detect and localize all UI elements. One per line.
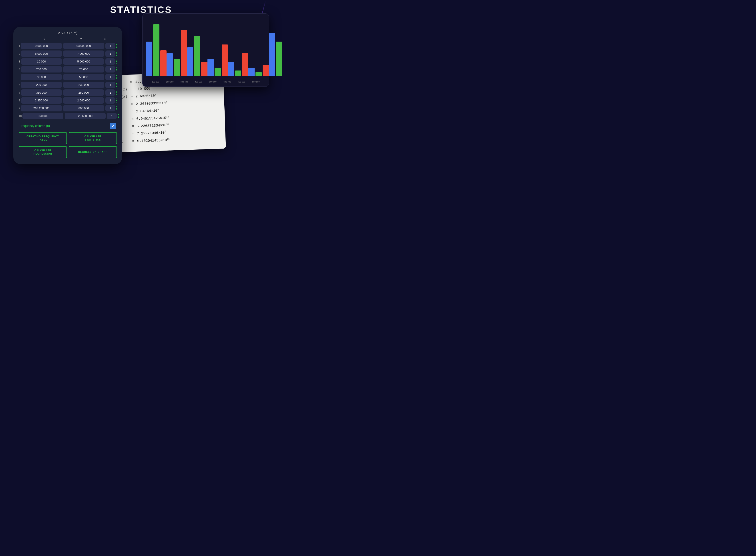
- dot-1: [116, 52, 117, 53]
- row-num-2: 2: [19, 52, 20, 56]
- x-label-1: 200-300: [166, 81, 173, 83]
- row-menu-2[interactable]: [116, 51, 118, 57]
- dot-1: [116, 44, 117, 45]
- cell-f-9[interactable]: [105, 105, 115, 111]
- dot-1: [116, 91, 117, 92]
- dot-1: [116, 67, 117, 68]
- dot-3: [118, 117, 119, 118]
- x-label-6: 700-800: [238, 81, 245, 83]
- cell-y-5[interactable]: [63, 74, 104, 80]
- dot-1: [116, 106, 117, 107]
- x-label-5: 600-700: [223, 81, 231, 83]
- cell-x-5[interactable]: [21, 74, 62, 80]
- freq-table-button[interactable]: CREATING FREQUENCYTABLE: [19, 132, 67, 144]
- cell-y-7[interactable]: [63, 90, 104, 96]
- dot-2: [116, 84, 117, 85]
- calc-regression-button[interactable]: CALCULATEREGRESSION: [19, 146, 67, 158]
- bar-blue-1: [167, 53, 173, 76]
- bar-group-0: [146, 24, 167, 76]
- row-menu-3[interactable]: [116, 59, 118, 65]
- frequency-checkbox[interactable]: ✓: [110, 123, 116, 129]
- x-label-2: 300-400: [181, 81, 188, 83]
- stat-sigmax-eq: =: [132, 132, 134, 136]
- row-menu-1[interactable]: [116, 43, 118, 49]
- cell-f-2[interactable]: [105, 50, 115, 57]
- bar-red-3: [222, 44, 228, 76]
- bar-green-5: [255, 72, 262, 76]
- row-menu-9[interactable]: [116, 105, 118, 111]
- cell-y-4[interactable]: [63, 66, 104, 72]
- row-menu-10[interactable]: [117, 113, 119, 119]
- table-row: 10: [18, 113, 118, 119]
- cell-x-6[interactable]: [21, 82, 62, 88]
- stat-max-val: 2.6325×108: [135, 94, 156, 99]
- row-num-8: 8: [19, 99, 20, 102]
- cell-x-7[interactable]: [21, 90, 62, 96]
- stat-xbar-row: x̄ = 2.368033333×107: [115, 99, 218, 107]
- cell-f-10[interactable]: [107, 113, 117, 119]
- cell-x-8[interactable]: [21, 97, 62, 104]
- dot-1: [116, 99, 117, 99]
- cell-f-4[interactable]: [105, 66, 115, 72]
- table-row: 3: [18, 58, 118, 65]
- cell-f-3[interactable]: [105, 58, 115, 65]
- dot-2: [118, 116, 119, 116]
- cell-y-1[interactable]: [63, 43, 104, 49]
- cell-x-4[interactable]: [21, 66, 62, 72]
- stat-sigma2x-row: σ²X = 5.226871334×1015: [116, 121, 219, 129]
- cell-f-1[interactable]: [105, 43, 115, 49]
- dot-2: [116, 69, 117, 70]
- x-label-0: 100-200: [152, 81, 159, 83]
- row-menu-7[interactable]: [116, 90, 118, 96]
- cell-f-5[interactable]: [105, 74, 115, 80]
- dot-2: [116, 45, 117, 46]
- dot-3: [116, 78, 117, 79]
- cell-y-8[interactable]: [63, 97, 104, 104]
- stat-sumx-val: 2.84164×108: [136, 108, 159, 114]
- cell-y-6[interactable]: [63, 82, 104, 88]
- stat-sigma2x-val: 5.226871334×1015: [137, 123, 169, 128]
- cell-f-8[interactable]: [105, 97, 115, 104]
- cell-f-6[interactable]: [105, 82, 115, 88]
- bar-group-5: [248, 65, 269, 76]
- cell-x-9[interactable]: [21, 105, 62, 111]
- col-f-header: F: [99, 37, 110, 41]
- bar-green-1: [174, 59, 180, 76]
- bar-blue-4: [228, 62, 234, 76]
- col-y-header: Y: [63, 37, 99, 41]
- row-menu-6[interactable]: [116, 82, 118, 88]
- cell-y-9[interactable]: [63, 105, 104, 111]
- row-num-1: 1: [19, 44, 20, 47]
- row-menu-8[interactable]: [116, 98, 118, 103]
- chart-x-labels: 100-200200-300300-400400-500500-600600-7…: [146, 81, 265, 83]
- stat-sumx-row: Σx = 2.84164×108: [115, 106, 218, 114]
- dot-3: [116, 55, 117, 56]
- table-row: 8: [18, 97, 118, 104]
- cell-y-3[interactable]: [63, 58, 104, 65]
- row-num-6: 6: [19, 83, 20, 86]
- x-label-4: 500-600: [209, 81, 217, 83]
- dot-2: [116, 54, 117, 54]
- table-row: 6: [18, 82, 118, 88]
- cell-y-2[interactable]: [63, 50, 104, 57]
- dot-2: [116, 108, 117, 109]
- action-buttons: CREATING FREQUENCYTABLE CALCULATESTATIST…: [18, 131, 118, 160]
- cell-x-2[interactable]: [21, 50, 62, 57]
- chart-area: 100-200200-300300-400400-500500-600600-7…: [146, 17, 265, 83]
- table-header: X Y F: [18, 37, 118, 43]
- dot-3: [116, 86, 117, 87]
- regression-graph-button[interactable]: REGRESSION GRAPH: [69, 146, 117, 158]
- cell-y-10[interactable]: [65, 113, 106, 119]
- cell-x-1[interactable]: [21, 43, 62, 49]
- cell-x-10[interactable]: [23, 113, 63, 119]
- dot-2: [116, 92, 117, 93]
- row-menu-5[interactable]: [116, 74, 118, 80]
- cell-x-3[interactable]: [21, 58, 62, 65]
- x-label-7: 800-900: [252, 81, 259, 83]
- cell-f-7[interactable]: [105, 90, 115, 96]
- stat-sumx-eq: =: [131, 109, 134, 114]
- table-row: 5: [18, 74, 118, 80]
- row-menu-4[interactable]: [116, 67, 118, 72]
- calc-stats-button[interactable]: CALCULATESTATISTICS: [69, 132, 117, 144]
- stat-s2x-row: S²X = 5.702041455×1015: [116, 136, 219, 144]
